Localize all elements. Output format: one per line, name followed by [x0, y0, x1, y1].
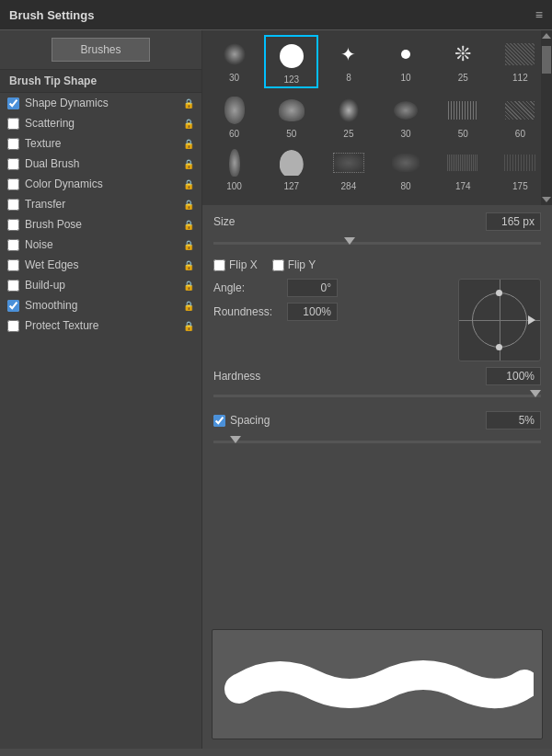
brush-cell-6[interactable]: 60 [207, 91, 261, 141]
flip-x-item: Flip X [213, 258, 258, 271]
menu-item-brush-pose[interactable]: Brush Pose 🔒 [0, 214, 201, 235]
angle-inputs: Angle: 0° Roundness: 100% [213, 279, 449, 361]
noise-checkbox[interactable] [7, 239, 19, 251]
brush-grid-scrollbar[interactable] [541, 30, 552, 205]
size-value[interactable]: 165 px [486, 212, 541, 231]
roundness-value[interactable]: 100% [287, 303, 338, 321]
menu-item-transfer[interactable]: Transfer 🔒 [0, 194, 201, 214]
brush-cell-12[interactable]: 100 [207, 143, 261, 193]
brushes-button[interactable]: Brushes [52, 38, 149, 62]
angle-row: Angle: 0° [213, 279, 449, 297]
scrollbar-thumb[interactable] [542, 46, 551, 74]
color-dynamics-checkbox[interactable] [7, 178, 19, 190]
hardness-label: Hardness [213, 370, 296, 383]
size-slider-thumb[interactable] [344, 237, 355, 245]
brush-cell-7[interactable]: 50 [264, 91, 318, 141]
protect-texture-label: Protect Texture [25, 319, 179, 332]
smoothing-checkbox[interactable] [7, 300, 19, 312]
scattering-checkbox[interactable] [7, 118, 19, 130]
brush-icon-scatter2 [392, 154, 420, 172]
brush-icon-small [401, 50, 410, 59]
angle-value[interactable]: 0° [287, 279, 338, 297]
brush-cell-8[interactable]: 25 [321, 91, 375, 141]
build-up-label: Build-up [25, 279, 179, 292]
menu-item-texture[interactable]: Texture 🔒 [0, 133, 201, 154]
brush-icon-texture2 [448, 101, 477, 120]
spacing-slider-track[interactable] [213, 441, 541, 443]
brush-cell-10[interactable]: 50 [436, 91, 490, 141]
brush-num-13: 127 [283, 181, 299, 191]
brush-pose-checkbox[interactable] [7, 219, 19, 231]
brush-cell-1[interactable]: 123 [264, 35, 318, 88]
widget-circle [472, 292, 527, 348]
menu-item-scattering[interactable]: Scattering 🔒 [0, 113, 201, 133]
spacing-slider-thumb[interactable] [230, 436, 241, 443]
brush-cell-14[interactable]: 284 [321, 143, 375, 193]
size-row: Size 165 px [213, 212, 541, 231]
texture-checkbox[interactable] [7, 138, 19, 150]
wet-edges-checkbox[interactable] [7, 259, 19, 271]
widget-arrow [528, 315, 535, 325]
panel-title: Brush Settings [9, 8, 94, 22]
hardness-value[interactable]: 100% [486, 367, 541, 385]
size-slider-wrap [213, 235, 541, 251]
transfer-checkbox[interactable] [7, 199, 19, 211]
menu-item-smoothing[interactable]: Smoothing 🔒 [0, 295, 201, 315]
menu-item-dual-brush[interactable]: Dual Brush 🔒 [0, 154, 201, 174]
brush-icon-texture1 [505, 43, 535, 65]
brush-icon-blob1 [224, 97, 245, 124]
shape-dynamics-checkbox[interactable] [7, 97, 19, 109]
build-up-checkbox[interactable] [7, 280, 19, 292]
dual-brush-checkbox[interactable] [7, 158, 19, 170]
menu-item-wet-edges[interactable]: Wet Edges 🔒 [0, 255, 201, 275]
spacing-checkbox[interactable] [213, 415, 225, 427]
lock-icon-transfer: 🔒 [183, 200, 194, 210]
noise-label: Noise [25, 238, 179, 251]
brush-cell-4[interactable]: ❊ 25 [436, 35, 490, 88]
brush-cell-11[interactable]: 60 [493, 91, 547, 141]
lock-icon-noise: 🔒 [183, 240, 194, 250]
menu-item-protect-texture[interactable]: Protect Texture 🔒 [0, 315, 201, 336]
hardness-slider-thumb[interactable] [530, 390, 541, 397]
right-panel: 30 123 ✦ 8 [202, 30, 552, 749]
brush-preview-12 [217, 145, 252, 180]
roundness-row: Roundness: 100% [213, 303, 449, 321]
main-container: Brushes Brush Tip Shape Shape Dynamics 🔒… [0, 30, 552, 749]
menu-item-color-dynamics[interactable]: Color Dynamics 🔒 [0, 174, 201, 194]
scroll-arrow-up[interactable] [542, 33, 551, 39]
spacing-value[interactable]: 5% [486, 411, 541, 430]
menu-item-build-up[interactable]: Build-up 🔒 [0, 275, 201, 295]
flip-y-item: Flip Y [272, 258, 316, 271]
brush-grid-container: 30 123 ✦ 8 [202, 30, 552, 205]
brush-cell-13[interactable]: 127 [264, 143, 318, 193]
scrollbar-track [541, 74, 552, 194]
brush-num-16: 174 [455, 181, 471, 191]
shape-dynamics-label: Shape Dynamics [25, 97, 179, 109]
brush-preview-11 [502, 93, 537, 128]
brush-cell-0[interactable]: 30 [207, 35, 261, 88]
size-slider-track[interactable] [213, 242, 541, 245]
brush-cell-3[interactable]: 10 [379, 35, 433, 88]
roundness-label: Roundness: [213, 305, 287, 318]
widget-dot-bottom[interactable] [496, 344, 502, 350]
hardness-slider-track[interactable] [213, 395, 541, 397]
brush-cell-16[interactable]: 174 [436, 143, 490, 193]
hardness-slider-wrap [213, 387, 541, 404]
brush-angle-widget[interactable] [458, 279, 541, 361]
menu-item-noise[interactable]: Noise 🔒 [0, 235, 201, 255]
flip-y-checkbox[interactable] [272, 259, 284, 271]
brush-preview-4: ❊ [445, 37, 480, 72]
brush-cell-2[interactable]: ✦ 8 [321, 35, 375, 88]
brush-cell-9[interactable]: 30 [379, 91, 433, 141]
brush-num-4: 25 [458, 73, 468, 83]
flip-x-checkbox[interactable] [213, 259, 225, 271]
brush-cell-15[interactable]: 80 [379, 143, 433, 193]
brush-cell-5[interactable]: 112 [493, 35, 547, 88]
brush-icon-texture3 [505, 101, 535, 120]
widget-dot-top[interactable] [496, 290, 502, 296]
brush-cell-17[interactable]: 175 [493, 143, 547, 193]
menu-icon[interactable]: ≡ [535, 7, 543, 22]
menu-item-shape-dynamics[interactable]: Shape Dynamics 🔒 [0, 93, 201, 113]
protect-texture-checkbox[interactable] [7, 320, 19, 332]
scroll-arrow-down[interactable] [542, 197, 551, 202]
